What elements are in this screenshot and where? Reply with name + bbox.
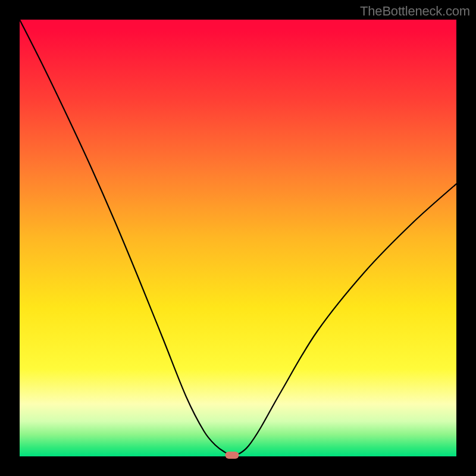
optimal-point-marker [226,452,239,459]
bottleneck-curve [20,20,456,456]
plot-area [20,20,456,456]
watermark-text: TheBottleneck.com [360,4,470,19]
chart-frame: TheBottleneck.com [0,0,476,476]
